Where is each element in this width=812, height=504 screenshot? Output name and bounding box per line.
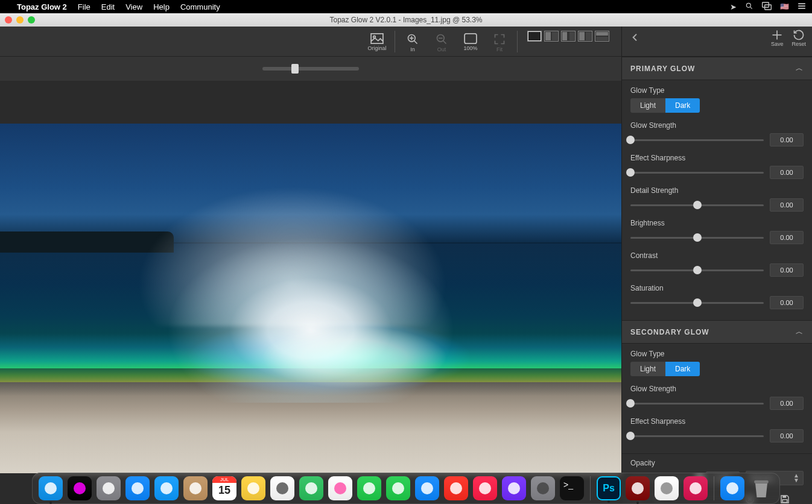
primary-slider[interactable]	[630, 204, 764, 206]
dock-safari-icon[interactable]	[125, 476, 150, 500]
menu-extra-icon[interactable]	[798, 2, 806, 12]
secondary-slider-thumb[interactable]	[626, 399, 635, 408]
dock-terminal-icon[interactable]: >_	[560, 476, 584, 500]
panel-back-button[interactable]	[628, 29, 642, 49]
compare-single-button[interactable]	[527, 31, 542, 42]
svg-point-30	[247, 482, 259, 494]
dock-appstore-icon[interactable]	[415, 476, 439, 500]
dock-photoshop-icon[interactable]: Ps	[597, 476, 621, 500]
compare-stack-button[interactable]	[595, 31, 609, 42]
secondary-slider-thumb[interactable]	[626, 432, 635, 440]
primary-glow-light-button[interactable]: Light	[630, 98, 665, 113]
zoom-out-button[interactable]: Out	[428, 31, 455, 52]
dock-music-icon[interactable]	[473, 476, 497, 500]
dock-siri-icon[interactable]	[68, 476, 92, 500]
zoom-fit-button[interactable]: Fit	[486, 31, 513, 52]
secondary-value[interactable]: 0.00	[770, 429, 804, 443]
primary-slider[interactable]	[630, 302, 764, 304]
window-minimize-button[interactable]	[16, 16, 24, 24]
svg-rect-6	[798, 7, 805, 8]
primary-slider[interactable]	[630, 172, 764, 174]
menu-community[interactable]: Community	[180, 2, 220, 11]
primary-value[interactable]: 0.00	[770, 198, 804, 212]
cursor-icon[interactable]: ➤	[730, 2, 737, 11]
compare-side-button[interactable]	[561, 31, 576, 42]
dock-trash-icon[interactable]	[749, 476, 773, 500]
dock-news-icon[interactable]	[444, 476, 468, 500]
svg-line-1	[750, 7, 752, 8]
dock-photos-icon[interactable]	[328, 476, 352, 500]
primary-slider-thumb[interactable]	[626, 136, 635, 144]
primary-slider[interactable]	[630, 237, 764, 239]
compare-split-h-button[interactable]	[578, 31, 592, 42]
dock-facetime-icon[interactable]	[386, 476, 410, 500]
dock-rubymine-icon[interactable]	[684, 476, 708, 500]
dock-messages-icon[interactable]	[357, 476, 381, 500]
spotlight-icon[interactable]	[745, 2, 753, 12]
screen-mirroring-icon[interactable]	[762, 2, 772, 12]
dock-maps-icon[interactable]	[299, 476, 323, 500]
menu-file[interactable]: File	[78, 2, 90, 11]
dock-finder-icon[interactable]	[39, 476, 63, 500]
primary-slider-thumb[interactable]	[693, 266, 702, 274]
dock-podcasts-icon[interactable]	[502, 476, 526, 500]
primary-slider[interactable]	[630, 139, 764, 141]
zoom-slider[interactable]	[262, 67, 359, 71]
primary-value[interactable]: 0.00	[770, 133, 804, 146]
svg-point-36	[421, 482, 433, 494]
primary-slider-row: Brightness0.00	[630, 219, 804, 244]
menu-help[interactable]: Help	[153, 2, 170, 11]
image-viewport[interactable]	[0, 81, 621, 504]
window-zoom-button[interactable]	[28, 16, 35, 24]
dock-contacts-icon[interactable]	[183, 476, 208, 500]
secondary-value[interactable]: 0.00	[770, 397, 804, 410]
primary-slider[interactable]	[630, 269, 764, 271]
primary-value[interactable]: 0.00	[770, 263, 804, 277]
primary-slider-thumb[interactable]	[693, 298, 702, 307]
primary-slider-thumb[interactable]	[693, 233, 702, 242]
menu-view[interactable]: View	[125, 2, 142, 11]
svg-point-35	[392, 482, 404, 494]
dock-preferences-icon[interactable]	[531, 476, 555, 500]
original-button[interactable]: Original	[363, 31, 391, 51]
secondary-glow-light-button[interactable]: Light	[630, 362, 665, 376]
opacity-label: Opacity	[630, 459, 804, 467]
secondary-slider[interactable]	[630, 435, 764, 437]
section-secondary-glow-header[interactable]: SECONDARY GLOW ︿	[622, 320, 812, 344]
svg-rect-5	[798, 5, 805, 7]
toolbar-separator	[517, 31, 518, 52]
dock-topaz-studio-icon[interactable]	[626, 476, 650, 500]
primary-slider-thumb[interactable]	[693, 201, 702, 209]
save-preset-button[interactable]: Save	[771, 29, 784, 47]
menu-edit[interactable]: Edit	[101, 2, 115, 11]
secondary-slider[interactable]	[630, 403, 764, 405]
window-close-button[interactable]	[5, 16, 12, 24]
svg-point-33	[334, 482, 346, 494]
reset-button[interactable]: Reset	[791, 29, 806, 47]
svg-point-28	[160, 482, 173, 494]
dock-downloads-icon[interactable]	[720, 476, 744, 500]
flag-icon[interactable]: 🇺🇸	[780, 2, 789, 11]
svg-rect-7	[371, 33, 383, 43]
primary-value[interactable]: 0.00	[770, 166, 804, 179]
secondary-glow-dark-button[interactable]: Dark	[665, 362, 700, 376]
primary-slider-thumb[interactable]	[626, 168, 635, 177]
dock-mail-icon[interactable]	[154, 476, 179, 500]
dock-textedit-icon[interactable]	[655, 476, 679, 500]
dock-calendar-icon[interactable]: JUL15	[212, 476, 236, 500]
dock-notes-icon[interactable]	[241, 476, 265, 500]
compare-split-v-button[interactable]	[544, 31, 559, 42]
svg-point-25	[74, 482, 86, 494]
primary-slider-row: Saturation0.00	[630, 284, 804, 309]
dock-launchpad-icon[interactable]	[97, 476, 121, 500]
primary-value[interactable]: 0.00	[770, 296, 804, 309]
section-primary-glow-header[interactable]: PRIMARY GLOW ︿	[622, 57, 812, 80]
zoom-in-button[interactable]: In	[399, 31, 427, 52]
zoom-100-button[interactable]: 100%	[457, 31, 484, 51]
primary-glow-dark-button[interactable]: Dark	[665, 98, 700, 113]
primary-value[interactable]: 0.00	[770, 231, 804, 244]
zoom-slider-thumb[interactable]	[291, 64, 299, 74]
svg-point-27	[132, 482, 144, 494]
dock-reminders-icon[interactable]	[270, 476, 294, 500]
menubar-appname[interactable]: Topaz Glow 2	[17, 2, 67, 11]
